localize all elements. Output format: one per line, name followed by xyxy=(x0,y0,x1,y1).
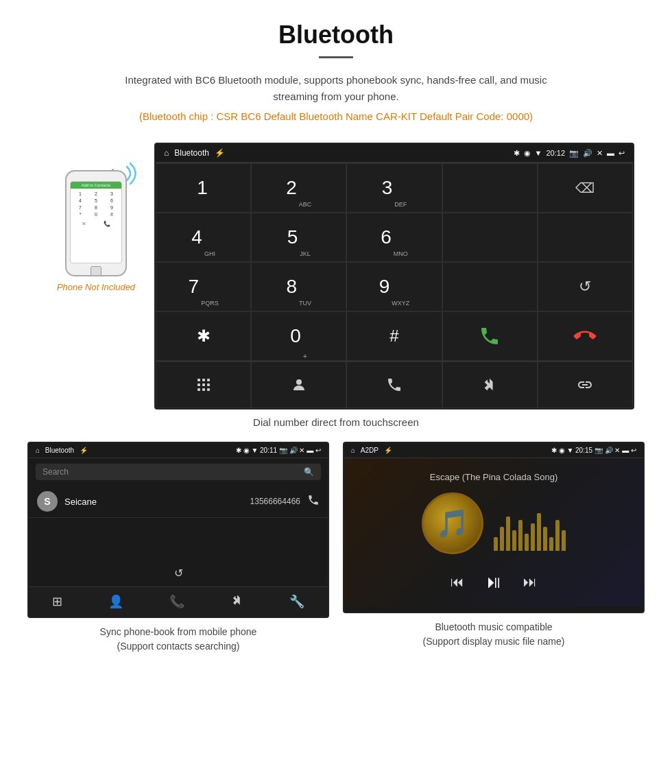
sync-icon[interactable]: ↺ xyxy=(174,567,183,580)
music-usb-icon: ⚡ xyxy=(384,447,392,454)
eq-bar xyxy=(525,534,529,551)
bottom-item-music: ⌂ A2DP ⚡ ✱ ◉ ▼ 20:15 📷 🔊 ✕ ▬ ↩ E xyxy=(343,442,645,654)
phone-home-button xyxy=(91,266,101,276)
music-status-bar: ⌂ A2DP ⚡ ✱ ◉ ▼ 20:15 📷 🔊 ✕ ▬ ↩ xyxy=(344,443,643,458)
contacts-bt-icon: ✱ xyxy=(236,447,241,454)
dial-key-3[interactable]: 3 DEF xyxy=(346,163,442,213)
dialpad-settings-button[interactable] xyxy=(538,361,633,408)
music-loc-icon: ◉ xyxy=(559,447,565,454)
eq-bar xyxy=(537,513,541,551)
contacts-icon xyxy=(291,377,307,393)
music-content: Escape (The Pina Colada Song) 🎵 xyxy=(344,458,643,606)
dial-hangup-button[interactable] xyxy=(538,311,633,361)
dial-key-star[interactable]: ✱ xyxy=(156,311,251,361)
contact-name: Seicane xyxy=(64,497,250,507)
contacts-status-left: ⌂ Bluetooth ⚡ xyxy=(36,447,88,454)
phone-key: 3 xyxy=(104,191,119,197)
main-caption: Dial number direct from touchscreen xyxy=(0,416,672,428)
dial-key-4[interactable]: 4 GHI xyxy=(156,213,251,262)
dialpad-call-log-button[interactable] xyxy=(346,361,442,408)
contacts-time: 20:11 xyxy=(260,447,277,454)
music-time: 20:15 xyxy=(575,447,592,454)
dial-key-0[interactable]: 0 + xyxy=(251,311,346,361)
dial-key-9[interactable]: 9 WXYZ xyxy=(346,262,442,311)
page-description: Integrated with BC6 Bluetooth module, su… xyxy=(103,72,569,105)
dial-call-button[interactable] xyxy=(442,311,538,361)
contacts-cam-icon[interactable]: 📷 xyxy=(279,447,287,454)
contacts-usb-icon: ⚡ xyxy=(80,447,88,454)
phone-screen: Add to Contacts 1 2 3 4 5 6 7 8 9 * 0 # xyxy=(70,181,122,263)
contact-number: 13566664466 xyxy=(250,497,300,506)
dialpad-apps-button[interactable] xyxy=(156,361,251,408)
status-right: ✱ ◉ ▼ 20:12 📷 🔊 ✕ ▬ ↩ xyxy=(514,149,625,158)
svg-rect-4 xyxy=(197,383,200,386)
music-screen-title: A2DP xyxy=(361,447,379,454)
music-vol-icon[interactable]: 🔊 xyxy=(605,447,613,454)
music-close-icon[interactable]: ✕ xyxy=(614,447,620,454)
phone-not-included-label: Phone Not Included xyxy=(57,282,135,292)
contact-avatar: S xyxy=(37,491,58,512)
dial-key-hash[interactable]: # xyxy=(346,311,442,361)
dial-bottom-bar xyxy=(156,361,633,408)
dialpad-bluetooth-button[interactable] xyxy=(442,361,538,408)
close-icon[interactable]: ✕ xyxy=(597,149,603,158)
contacts-close-icon[interactable]: ✕ xyxy=(299,447,304,454)
time-display: 20:12 xyxy=(546,149,565,157)
search-placeholder: Search xyxy=(43,467,69,477)
contacts-person-icon[interactable]: 👤 xyxy=(108,594,123,610)
music-back-icon[interactable]: ↩ xyxy=(631,447,636,454)
bluetooth-icon xyxy=(482,377,497,392)
music-album-art: 🎵 xyxy=(422,492,483,554)
music-cam-icon[interactable]: 📷 xyxy=(595,447,603,454)
contacts-back-icon[interactable]: ↩ xyxy=(315,447,321,454)
car-status-bar: ⌂ Bluetooth ⚡ ✱ ◉ ▼ 20:12 📷 🔊 ✕ ▬ ↩ xyxy=(156,144,633,163)
dial-key-7[interactable]: 7 PQRS xyxy=(156,262,251,311)
svg-rect-6 xyxy=(207,383,210,386)
contacts-search-box[interactable]: Search 🔍 xyxy=(36,464,321,480)
dialpad-contacts-button[interactable] xyxy=(251,361,346,408)
music-home-icon[interactable]: ⌂ xyxy=(351,447,355,454)
search-icon[interactable]: 🔍 xyxy=(304,467,314,477)
dial-empty-1 xyxy=(442,163,538,213)
dial-key-5[interactable]: 5 JKL xyxy=(251,213,346,262)
music-controls: ⏮ ⏯ ⏭ xyxy=(451,571,537,593)
contacts-bluetooth-icon[interactable] xyxy=(231,594,243,610)
music-song-title: Escape (The Pina Colada Song) xyxy=(430,472,557,482)
dial-key-6[interactable]: 6 MNO xyxy=(346,213,442,262)
svg-rect-1 xyxy=(197,379,200,381)
music-prev-button[interactable]: ⏮ xyxy=(451,574,464,590)
phone-key: 6 xyxy=(104,198,119,204)
contacts-win-icon[interactable]: ▬ xyxy=(307,447,313,454)
music-status-left: ⌂ A2DP ⚡ xyxy=(351,447,392,454)
contacts-apps-icon[interactable]: ⊞ xyxy=(52,594,62,610)
home-icon[interactable]: ⌂ xyxy=(164,148,169,158)
music-bt-icon: ✱ xyxy=(551,447,557,454)
back-icon[interactable]: ↩ xyxy=(619,149,625,158)
bluetooth-status-icon: ✱ xyxy=(514,149,520,158)
contacts-sync-icon-row: ↺ xyxy=(29,559,328,586)
dial-backspace[interactable]: ⌫ xyxy=(538,163,633,213)
dial-key-2[interactable]: 2 ABC xyxy=(251,163,346,213)
dial-key-1[interactable]: 1 xyxy=(156,163,251,213)
contacts-settings-icon[interactable]: 🔧 xyxy=(289,594,304,610)
dial-empty-3 xyxy=(538,213,633,262)
contact-call-icon[interactable] xyxy=(307,494,320,509)
contacts-vol-icon[interactable]: 🔊 xyxy=(289,447,298,454)
volume-icon[interactable]: 🔊 xyxy=(583,149,592,158)
bluetooth-specs: (Bluetooth chip : CSR BC6 Default Blueto… xyxy=(0,110,672,122)
camera-icon[interactable]: 📷 xyxy=(569,149,579,158)
dial-key-8[interactable]: 8 TUV xyxy=(251,262,346,311)
dial-reload[interactable]: ↺ xyxy=(538,262,633,311)
contacts-phone-icon[interactable]: 📞 xyxy=(169,594,184,610)
music-win-icon[interactable]: ▬ xyxy=(622,447,629,454)
svg-rect-9 xyxy=(207,388,210,391)
contacts-home-icon[interactable]: ⌂ xyxy=(36,447,40,454)
window-icon[interactable]: ▬ xyxy=(607,149,614,157)
phone-icon xyxy=(386,377,403,393)
contact-row: S Seicane 13566664466 xyxy=(29,486,328,518)
eq-bar xyxy=(500,527,504,551)
page-header: Bluetooth Integrated with BC6 Bluetooth … xyxy=(0,0,672,143)
music-play-button[interactable]: ⏯ xyxy=(485,571,503,593)
music-next-button[interactable]: ⏭ xyxy=(523,574,537,590)
car-display: ⌂ Bluetooth ⚡ ✱ ◉ ▼ 20:12 📷 🔊 ✕ ▬ ↩ 1 xyxy=(154,143,634,409)
